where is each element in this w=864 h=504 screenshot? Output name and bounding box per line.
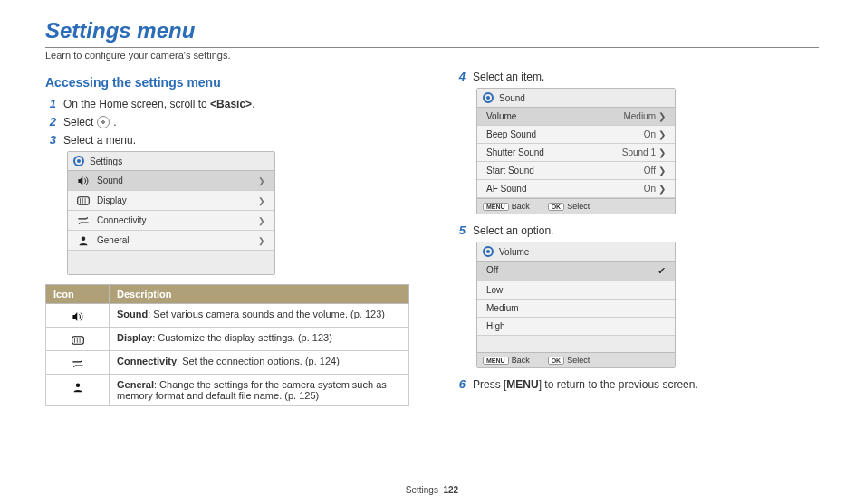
sound-row-shutter[interactable]: Shutter Sound Sound 1❯ [477, 144, 675, 162]
volume-row-off[interactable]: Off ✔ [477, 262, 675, 281]
step-5: 5 Select an option. [455, 223, 819, 237]
row-label: High [486, 321, 505, 331]
settings-panel: Settings Sound ❯ Display ❯ [67, 151, 275, 275]
panel-title: Volume [499, 247, 529, 257]
step-text-end: . [252, 98, 254, 110]
panel-header: Settings [68, 152, 274, 171]
speaker-icon [77, 175, 90, 186]
menu-key-icon: MENU [483, 357, 509, 365]
panel-title: Settings [90, 157, 122, 166]
footer-select: Select [567, 202, 590, 211]
row-value: On [644, 129, 656, 139]
step-1: 1 On the Home screen, scroll to <Basic>. [45, 97, 409, 110]
table-row: Connectivity: Set the connection options… [46, 351, 409, 375]
connectivity-icon [77, 214, 90, 226]
volume-panel: Volume Off ✔ Low Medium High MENUBack OK [476, 242, 676, 368]
speaker-icon [46, 304, 110, 328]
row-text: : Set various camera sounds and the volu… [148, 309, 385, 319]
step-number: 6 [455, 377, 466, 391]
settings-row-sound[interactable]: Sound ❯ [68, 171, 274, 191]
description-table: Icon Description Sound: Set various came… [45, 284, 409, 406]
chevron-right-icon: ❯ [658, 111, 666, 121]
row-label: Display [97, 195, 127, 205]
step-text: Select an option. [473, 224, 819, 237]
title-rule [45, 47, 819, 48]
sound-row-beep[interactable]: Beep Sound On❯ [477, 126, 675, 144]
row-value: On [644, 184, 656, 194]
page-title: Settings menu [45, 18, 819, 43]
row-label: Low [486, 285, 503, 295]
chevron-right-icon: ❯ [658, 129, 666, 139]
panel-header: Sound [477, 89, 675, 108]
row-label: Shutter Sound [486, 147, 544, 157]
row-title: Display [117, 332, 152, 343]
sound-row-af[interactable]: AF Sound On❯ [477, 180, 675, 198]
row-label: Beep Sound [486, 129, 536, 139]
chevron-right-icon: ❯ [658, 147, 666, 157]
volume-row-medium[interactable]: Medium [477, 300, 675, 318]
row-text: : Customize the display settings. (p. 12… [152, 332, 332, 343]
panel-footer: MENUBack OKSelect [477, 352, 675, 367]
target-icon [483, 246, 494, 257]
svg-point-9 [75, 383, 80, 387]
menu-key-label: MENU [506, 378, 538, 391]
row-label: Off [486, 265, 498, 277]
settings-row-connectivity[interactable]: Connectivity ❯ [68, 211, 274, 231]
connectivity-icon [46, 351, 110, 375]
footer-back: Back [512, 356, 530, 365]
step-text: Select a menu. [63, 134, 409, 147]
gear-icon [97, 116, 110, 128]
svg-rect-0 [78, 197, 90, 204]
table-row: Display: Customize the display settings.… [46, 328, 409, 351]
svg-rect-5 [72, 337, 83, 344]
footer-section: Settings [406, 485, 438, 495]
row-label: Connectivity [97, 215, 146, 225]
page-footer: Settings 122 [0, 485, 864, 495]
step-number: 3 [45, 133, 56, 147]
step-number: 5 [455, 223, 466, 237]
row-label: Medium [486, 303, 519, 313]
chevron-right-icon: ❯ [258, 196, 265, 205]
sound-panel: Sound Volume Medium❯ Beep Sound On❯ Shut… [476, 88, 676, 214]
panel-footer: MENUBack OKSelect [477, 198, 675, 214]
row-label: Start Sound [486, 166, 534, 176]
chevron-right-icon: ❯ [258, 176, 265, 185]
ok-key-icon: OK [548, 357, 565, 365]
panel-header: Volume [477, 242, 675, 262]
table-row: General: Change the settings for the cam… [46, 375, 409, 406]
row-text: : Set the connection options. (p. 124) [177, 356, 340, 366]
target-icon [73, 156, 84, 166]
step-text-end: ] to return to the previous screen. [539, 378, 698, 391]
panel-filler [68, 251, 274, 274]
target-icon [483, 92, 494, 103]
step-6: 6 Press [MENU] to return to the previous… [455, 377, 819, 391]
step-text: Press [ [473, 378, 506, 391]
chevron-right-icon: ❯ [658, 166, 666, 176]
row-value: Off [644, 166, 656, 176]
sound-row-start[interactable]: Start Sound Off❯ [477, 162, 675, 180]
table-header-desc: Description [110, 285, 409, 304]
left-column: Accessing the settings menu 1 On the Hom… [45, 70, 409, 406]
step-number: 1 [45, 97, 56, 110]
chevron-right-icon: ❯ [258, 216, 265, 225]
table-row: Sound: Set various camera sounds and the… [46, 304, 409, 328]
row-label: General [97, 235, 130, 245]
step-4: 4 Select an item. [455, 70, 819, 83]
settings-row-display[interactable]: Display ❯ [68, 191, 274, 211]
step-3: 3 Select a menu. [45, 133, 409, 147]
step-bold: <Basic> [210, 98, 252, 110]
sound-row-volume[interactable]: Volume Medium❯ [477, 108, 675, 126]
volume-row-low[interactable]: Low [477, 281, 675, 300]
svg-point-4 [82, 237, 86, 242]
row-title: Sound [117, 309, 148, 319]
row-label: AF Sound [486, 184, 526, 194]
step-2: 2 Select . [45, 115, 409, 128]
right-column: 4 Select an item. Sound Volume Medium❯ B… [455, 70, 819, 406]
step-text: Select an item. [473, 71, 819, 83]
menu-key-icon: MENU [483, 203, 509, 211]
row-label: Volume [486, 111, 516, 121]
volume-row-high[interactable]: High [477, 318, 675, 336]
person-icon [46, 375, 110, 406]
settings-row-general[interactable]: General ❯ [68, 231, 274, 251]
step-number: 4 [455, 70, 466, 83]
